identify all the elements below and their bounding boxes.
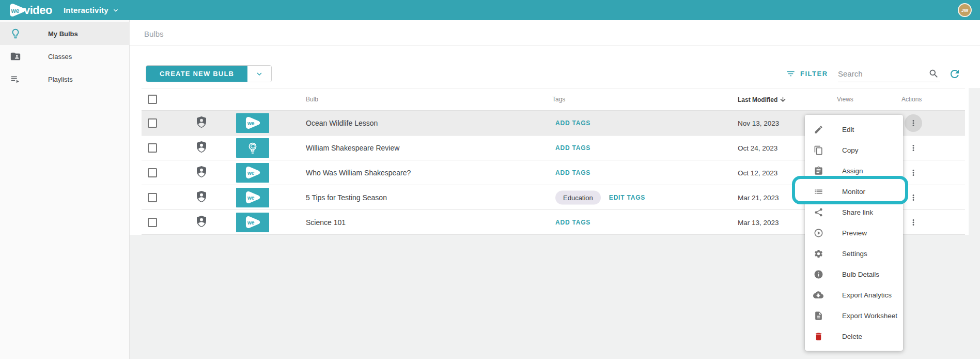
- bulb-title[interactable]: 5 Tips for Testing Season: [306, 193, 387, 202]
- play-circle-icon: [813, 228, 823, 238]
- playlist-icon: [10, 73, 21, 85]
- last-modified-date: Oct 24, 2023: [738, 144, 777, 152]
- menu-item-share-link[interactable]: Share link: [805, 202, 903, 222]
- last-modified-date: Oct 12, 2023: [738, 169, 777, 176]
- document-icon: [813, 310, 823, 321]
- gear-icon: [813, 248, 823, 259]
- search-input[interactable]: [838, 66, 925, 81]
- svg-text:we: we: [247, 170, 255, 176]
- sidebar-item-classes[interactable]: Classes: [0, 45, 130, 68]
- bulb-thumbnail-we-logo[interactable]: we: [236, 213, 269, 232]
- refresh-button[interactable]: [948, 68, 961, 80]
- sidebar-item-label: Playlists: [48, 76, 73, 83]
- bulb-title[interactable]: Science 101: [306, 218, 346, 227]
- owner-shield-icon: [195, 116, 208, 130]
- edit-tags-link[interactable]: EDIT TAGS: [609, 194, 645, 201]
- top-app-bar: we video Interactivity JW: [0, 0, 980, 20]
- menu-item-delete[interactable]: Delete: [805, 326, 903, 347]
- wevideo-logo[interactable]: we video: [7, 3, 52, 18]
- last-modified-date: Mar 21, 2023: [738, 193, 779, 201]
- add-tags-link[interactable]: ADD TAGS: [555, 169, 590, 176]
- kebab-menu-icon: [909, 168, 918, 177]
- sidebar: My Bulbs Classes Playlists: [0, 20, 130, 359]
- svg-text:we: we: [247, 220, 255, 226]
- last-modified-date: Mar 13, 2023: [738, 218, 779, 226]
- create-new-bulb-dropdown[interactable]: [247, 66, 271, 82]
- owner-shield-icon: [195, 215, 208, 230]
- menu-item-bulb-details[interactable]: Bulb Details: [805, 264, 903, 285]
- folder-shared-icon: [10, 51, 21, 62]
- bulb-thumbnail-we-logo[interactable]: we: [236, 188, 269, 207]
- add-tags-link[interactable]: ADD TAGS: [555, 144, 590, 152]
- list-icon: [813, 186, 823, 197]
- menu-item-settings[interactable]: Settings: [805, 243, 903, 264]
- bulb-thumbnail-we-logo[interactable]: we: [236, 113, 269, 133]
- row-actions-kebab-button[interactable]: [905, 139, 922, 157]
- kebab-menu-icon: [909, 193, 918, 202]
- svg-text:we: we: [247, 121, 255, 126]
- add-tags-link[interactable]: ADD TAGS: [555, 219, 590, 226]
- bulb-title[interactable]: Who Was William Shakespeare?: [306, 169, 411, 177]
- menu-item-monitor[interactable]: Monitor: [805, 181, 903, 202]
- avatar-initials: JW: [961, 8, 969, 13]
- sidebar-item-label: Classes: [48, 53, 72, 61]
- menu-item-assign[interactable]: Assign: [805, 160, 903, 181]
- kebab-menu-icon: [909, 118, 918, 128]
- kebab-menu-icon: [909, 143, 918, 153]
- menu-item-edit[interactable]: Edit: [805, 119, 903, 140]
- bulb-title[interactable]: William Shakespeare Review: [306, 144, 399, 152]
- tag-chip[interactable]: Education: [555, 190, 601, 204]
- svg-text:we: we: [247, 195, 255, 201]
- menu-item-export-analytics[interactable]: Export Analytics: [805, 285, 903, 305]
- bulb-thumbnail-we-logo[interactable]: we: [236, 163, 269, 183]
- add-tags-link[interactable]: ADD TAGS: [555, 119, 590, 127]
- row-checkbox[interactable]: [148, 193, 157, 202]
- search-field: [838, 66, 940, 82]
- create-new-bulb-label[interactable]: CREATE NEW BULB: [146, 66, 247, 82]
- filter-icon: [786, 69, 796, 79]
- column-header-actions: Actions: [901, 96, 922, 103]
- column-header-views[interactable]: Views: [837, 96, 853, 103]
- app-switcher[interactable]: Interactivity: [64, 6, 120, 14]
- column-header-last-modified[interactable]: Last Modified: [738, 96, 787, 103]
- copy-icon: [813, 145, 823, 155]
- row-actions-kebab-button[interactable]: [905, 114, 922, 132]
- row-checkbox[interactable]: [148, 218, 157, 227]
- kebab-menu-icon: [909, 218, 918, 227]
- app-name-label: Interactivity: [64, 6, 108, 14]
- last-modified-date: Nov 13, 2023: [738, 119, 779, 127]
- row-checkbox[interactable]: [148, 168, 157, 177]
- search-icon[interactable]: [928, 68, 939, 81]
- select-all-checkbox[interactable]: [148, 95, 157, 104]
- row-actions-kebab-button[interactable]: [905, 164, 922, 182]
- bulb-thumbnail-lightbulb[interactable]: [236, 138, 269, 158]
- create-new-bulb-button[interactable]: CREATE NEW BULB: [146, 65, 272, 82]
- menu-item-export-worksheet[interactable]: Export Worksheet: [805, 305, 903, 326]
- menu-item-copy[interactable]: Copy: [805, 140, 903, 160]
- owner-shield-icon: [195, 166, 208, 180]
- svg-text:we: we: [10, 7, 19, 14]
- row-actions-context-menu: Edit Copy Assign Monitor Share link Prev…: [805, 115, 903, 351]
- menu-item-preview[interactable]: Preview: [805, 222, 903, 243]
- chevron-down-icon: [112, 6, 120, 14]
- wevideo-logo-text: video: [24, 4, 52, 17]
- owner-shield-icon: [195, 190, 208, 205]
- table-header-row: Bulb Tags Last Modified Views Actions: [142, 88, 965, 111]
- sidebar-item-my-bulbs[interactable]: My Bulbs: [0, 22, 130, 45]
- row-checkbox[interactable]: [148, 143, 157, 153]
- cloud-download-icon: [813, 290, 823, 300]
- column-header-tags[interactable]: Tags: [552, 96, 565, 103]
- filter-button[interactable]: FILTER: [786, 65, 828, 82]
- sidebar-item-label: My Bulbs: [48, 30, 78, 38]
- bulb-title[interactable]: Ocean Wildlife Lesson: [306, 119, 378, 127]
- refresh-icon: [948, 68, 961, 80]
- page-gutter: [969, 88, 980, 235]
- edit-icon: [813, 124, 823, 134]
- column-header-bulb[interactable]: Bulb: [306, 96, 318, 103]
- user-avatar[interactable]: JW: [958, 3, 972, 17]
- row-checkbox[interactable]: [148, 118, 157, 128]
- sidebar-item-playlists[interactable]: Playlists: [0, 68, 130, 91]
- clipboard-icon: [813, 166, 823, 176]
- row-actions-kebab-button[interactable]: [905, 214, 922, 231]
- share-icon: [813, 207, 823, 217]
